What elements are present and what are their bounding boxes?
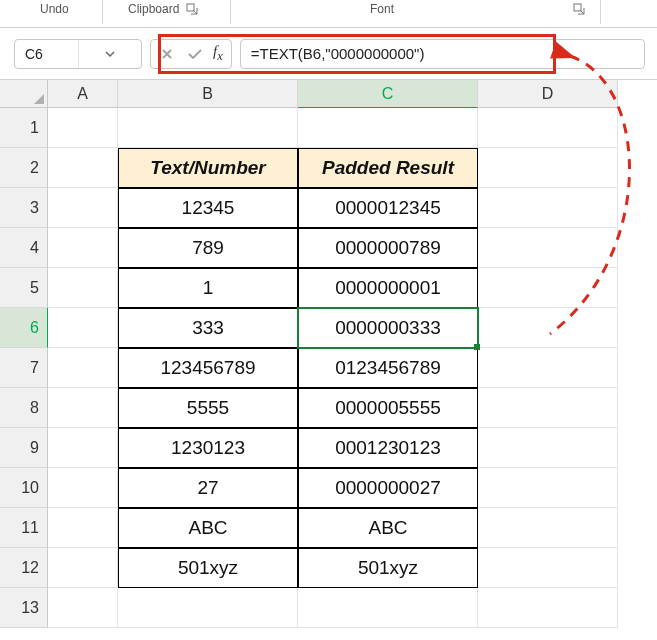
cell[interactable] [478,388,618,428]
row-header-6[interactable]: 6 [0,308,48,348]
cell[interactable] [478,548,618,588]
cell[interactable] [298,588,478,628]
formula-bar-row: C6 fx =TEXT(B6,"0000000000") [0,28,657,80]
cell[interactable] [478,148,618,188]
cell[interactable] [478,468,618,508]
cell[interactable] [298,108,478,148]
column-header-b[interactable]: B [118,80,298,108]
font-launcher-icon[interactable] [572,2,586,16]
row-header-9[interactable]: 9 [0,428,48,468]
cell[interactable]: ABC [118,508,298,548]
cell[interactable]: 27 [118,468,298,508]
cell[interactable] [48,588,118,628]
select-all-corner[interactable] [0,80,48,108]
ribbon-group-clipboard: Clipboard [128,2,199,16]
font-launcher [572,2,586,16]
ribbon-separator [102,0,103,24]
cell[interactable]: 789 [118,228,298,268]
ribbon-group-clipboard-label: Clipboard [128,2,179,16]
cell[interactable] [478,308,618,348]
row-header-3[interactable]: 3 [0,188,48,228]
ribbon-group-undo: Undo [40,2,69,16]
cell[interactable]: 0123456789 [298,348,478,388]
name-box-value: C6 [15,46,78,62]
cell[interactable] [48,188,118,228]
cell[interactable] [48,508,118,548]
cell[interactable] [48,428,118,468]
cell[interactable]: ABC [298,508,478,548]
confirm-icon[interactable] [183,42,207,66]
cell[interactable] [478,268,618,308]
fx-icon[interactable]: fx [213,43,223,64]
cancel-icon[interactable] [155,42,179,66]
name-box[interactable]: C6 [14,39,142,69]
cell[interactable]: 0000000789 [298,228,478,268]
row-header-12[interactable]: 12 [0,548,48,588]
cell[interactable]: 501xyz [118,548,298,588]
column-header-d[interactable]: D [478,80,618,108]
cell[interactable] [48,388,118,428]
formula-input[interactable]: =TEXT(B6,"0000000000") [240,39,645,69]
cell[interactable]: 1230123 [118,428,298,468]
cell-selected[interactable]: 0000000333 [298,308,478,348]
column-header-c[interactable]: C [298,80,478,108]
row-header-13[interactable]: 13 [0,588,48,628]
cell[interactable]: 0000012345 [298,188,478,228]
column-header-a[interactable]: A [48,80,118,108]
row-header-8[interactable]: 8 [0,388,48,428]
cell[interactable] [48,308,118,348]
cell[interactable]: 123456789 [118,348,298,388]
cell[interactable] [118,108,298,148]
cell[interactable] [478,188,618,228]
svg-rect-0 [187,4,194,11]
ribbon-group-font-label: Font [370,2,394,16]
row-header-4[interactable]: 4 [0,228,48,268]
row-header-10[interactable]: 10 [0,468,48,508]
formula-controls: fx [150,39,232,69]
cell[interactable] [478,428,618,468]
row-header-7[interactable]: 7 [0,348,48,388]
cell[interactable] [48,468,118,508]
cell[interactable]: 0000000001 [298,268,478,308]
cell[interactable] [48,228,118,268]
ribbon-separator [230,0,231,24]
table-header[interactable]: Padded Result [298,148,478,188]
cell[interactable]: 501xyz [298,548,478,588]
row-header-11[interactable]: 11 [0,508,48,548]
row-headers: 1 2 3 4 5 6 7 8 9 10 11 12 13 [0,108,48,628]
row-header-2[interactable]: 2 [0,148,48,188]
cell[interactable] [48,548,118,588]
cell[interactable] [478,348,618,388]
cell[interactable] [48,268,118,308]
cell[interactable]: 0000000027 [298,468,478,508]
column-headers: A B C D [48,80,657,108]
row-header-5[interactable]: 5 [0,268,48,308]
cell-area: Text/Number Padded Result 12345000001234… [48,108,618,628]
cell[interactable]: 5555 [118,388,298,428]
cell[interactable] [478,588,618,628]
ribbon-group-font: Font [370,2,394,16]
cell[interactable]: 0000005555 [298,388,478,428]
row-header-1[interactable]: 1 [0,108,48,148]
cell[interactable]: 0001230123 [298,428,478,468]
table-header[interactable]: Text/Number [118,148,298,188]
name-box-dropdown-icon[interactable] [78,40,142,68]
cell[interactable] [478,108,618,148]
spreadsheet-grid[interactable]: A B C D 1 2 3 4 5 6 7 8 9 10 11 12 13 Te… [0,80,657,640]
cell[interactable] [118,588,298,628]
cell[interactable] [48,348,118,388]
cell[interactable] [48,148,118,188]
cell[interactable] [48,108,118,148]
cell[interactable]: 333 [118,308,298,348]
cell[interactable]: 1 [118,268,298,308]
cell[interactable] [478,228,618,268]
ribbon-separator [600,0,601,24]
clipboard-launcher-icon[interactable] [185,2,199,16]
svg-rect-1 [574,4,581,11]
cell[interactable]: 12345 [118,188,298,228]
cell[interactable] [478,508,618,548]
ribbon-group-undo-label: Undo [40,2,69,16]
ribbon-group-labels: Undo Clipboard Font [0,0,657,28]
formula-value: =TEXT(B6,"0000000000") [251,45,425,62]
